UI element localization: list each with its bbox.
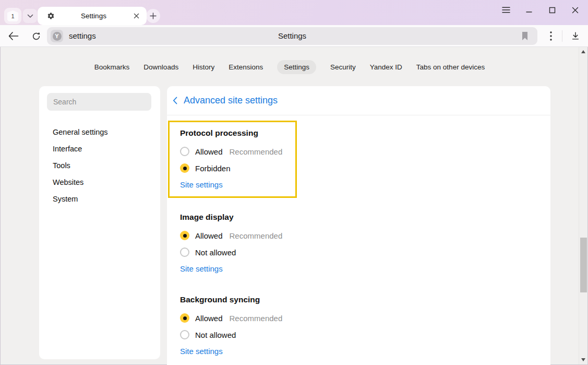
nav-item-downloads[interactable]: Downloads: [143, 60, 178, 74]
sidebar-item-interface[interactable]: Interface: [39, 140, 160, 157]
radio-option-allowed[interactable]: Allowed Recommended: [180, 143, 284, 160]
close-icon: [572, 7, 579, 14]
radio-unselected-icon[interactable]: [180, 248, 189, 257]
window-maximize-button[interactable]: [545, 3, 559, 17]
radio-option-allowed[interactable]: Allowed Recommended: [180, 227, 399, 244]
search-input[interactable]: [47, 93, 151, 111]
maximize-icon: [549, 7, 556, 14]
sidebar-item-tools[interactable]: Tools: [39, 157, 160, 174]
option-label[interactable]: Not allowed: [195, 331, 236, 339]
nav-item-yandex-id[interactable]: Yandex ID: [370, 60, 402, 74]
option-label[interactable]: Not allowed: [195, 248, 236, 257]
reload-icon: [31, 31, 41, 41]
nav-item-bookmarks[interactable]: Bookmarks: [94, 60, 130, 74]
url-text: settings: [69, 27, 96, 45]
site-settings-link[interactable]: Site settings: [180, 180, 223, 189]
hamburger-menu-icon: [502, 7, 510, 13]
plus-icon: [150, 13, 157, 19]
advanced-site-settings-back[interactable]: Advanced site settings: [167, 86, 550, 115]
section-title: Image display: [180, 213, 399, 222]
tab-counter-button[interactable]: 1: [4, 8, 21, 24]
radio-option-forbidden[interactable]: Forbidden: [180, 160, 284, 176]
site-settings-link[interactable]: Site settings: [180, 264, 223, 273]
radio-unselected-icon[interactable]: [180, 330, 189, 339]
tab-strip: 1 Settings: [0, 0, 588, 25]
tab-list-dropdown-button[interactable]: [23, 9, 37, 23]
scroll-up-arrow-icon[interactable]: [581, 50, 585, 53]
browser-window: 1 Settings: [0, 0, 588, 365]
minimize-icon: [525, 6, 533, 14]
radio-selected-icon[interactable]: [180, 231, 189, 240]
browser-tab-settings[interactable]: Settings: [38, 7, 147, 25]
sidebar-item-general-settings[interactable]: General settings: [39, 124, 160, 140]
bookmark-flag-icon: [521, 32, 529, 40]
address-bar[interactable]: Y settings Settings: [47, 27, 537, 45]
nav-item-history[interactable]: History: [193, 60, 214, 74]
tab-title: Settings: [55, 12, 133, 20]
more-options-button[interactable]: [544, 29, 558, 43]
downloads-button[interactable]: [568, 29, 583, 43]
option-label[interactable]: Allowed: [195, 147, 223, 156]
nav-item-extensions[interactable]: Extensions: [229, 60, 263, 74]
back-button[interactable]: [6, 29, 21, 43]
recommended-badge: Recommended: [230, 147, 283, 156]
yandex-logo-icon: Y: [53, 32, 62, 41]
radio-selected-icon[interactable]: [180, 163, 189, 173]
nav-item-security[interactable]: Security: [330, 60, 356, 74]
new-tab-button[interactable]: [146, 9, 160, 23]
radio-option-allowed[interactable]: Allowed Recommended: [180, 310, 399, 326]
site-settings-link[interactable]: Site settings: [180, 347, 223, 356]
settings-main-panel: Advanced site settings Protocol processi…: [167, 86, 550, 365]
recommended-badge: Recommended: [230, 231, 283, 240]
tab-close-icon[interactable]: [133, 12, 140, 20]
page-scrollbar[interactable]: [579, 47, 587, 364]
option-label[interactable]: Forbidden: [195, 164, 231, 173]
page-section-title: Advanced site settings: [184, 95, 278, 106]
window-minimize-button[interactable]: [522, 3, 536, 17]
settings-sidebar: General settings Interface Tools Website…: [39, 86, 160, 359]
radio-option-not-allowed[interactable]: Not allowed: [180, 244, 399, 261]
option-label[interactable]: Allowed: [195, 231, 223, 240]
bookmark-button[interactable]: [519, 30, 531, 42]
nav-item-tabs-other-devices[interactable]: Tabs on other devices: [416, 60, 485, 74]
chevron-left-icon: [173, 97, 177, 104]
scroll-down-arrow-icon[interactable]: [581, 358, 585, 361]
sidebar-item-websites[interactable]: Websites: [39, 174, 160, 191]
recommended-badge: Recommended: [230, 314, 283, 323]
section-protocol-processing: Protocol processing Allowed Recommended …: [168, 121, 297, 198]
browser-menu-button[interactable]: [499, 3, 513, 17]
section-image-display: Image display Allowed Recommended Not al…: [180, 213, 399, 273]
option-label[interactable]: Allowed: [195, 314, 223, 323]
radio-option-not-allowed[interactable]: Not allowed: [180, 326, 399, 343]
radio-unselected-icon[interactable]: [180, 147, 189, 156]
reload-button[interactable]: [29, 29, 43, 43]
toolbar-divider: [562, 30, 562, 42]
browser-toolbar: Y settings Settings: [0, 25, 588, 47]
page-title: Settings: [47, 27, 537, 45]
section-title: Protocol processing: [180, 128, 284, 138]
sidebar-list: General settings Interface Tools Website…: [39, 124, 160, 207]
gear-icon: [47, 12, 55, 20]
chevron-down-icon: [27, 14, 33, 18]
sidebar-item-system[interactable]: System: [39, 191, 160, 207]
tab-counter-badge: 1: [7, 10, 18, 21]
kebab-menu-icon: [550, 31, 552, 41]
section-title: Background syncing: [180, 295, 399, 304]
nav-item-settings[interactable]: Settings: [277, 60, 316, 74]
site-badge-button[interactable]: Y: [51, 30, 63, 42]
scrollbar-thumb[interactable]: [580, 238, 587, 292]
download-icon: [571, 31, 580, 41]
window-close-button[interactable]: [568, 3, 582, 17]
settings-sections: Protocol processing Allowed Recommended …: [167, 115, 550, 356]
radio-selected-icon[interactable]: [180, 313, 189, 323]
section-background-syncing: Background syncing Allowed Recommended N…: [180, 295, 399, 356]
back-arrow-icon: [8, 32, 19, 40]
settings-nav: Bookmarks Downloads History Extensions S…: [0, 58, 579, 75]
